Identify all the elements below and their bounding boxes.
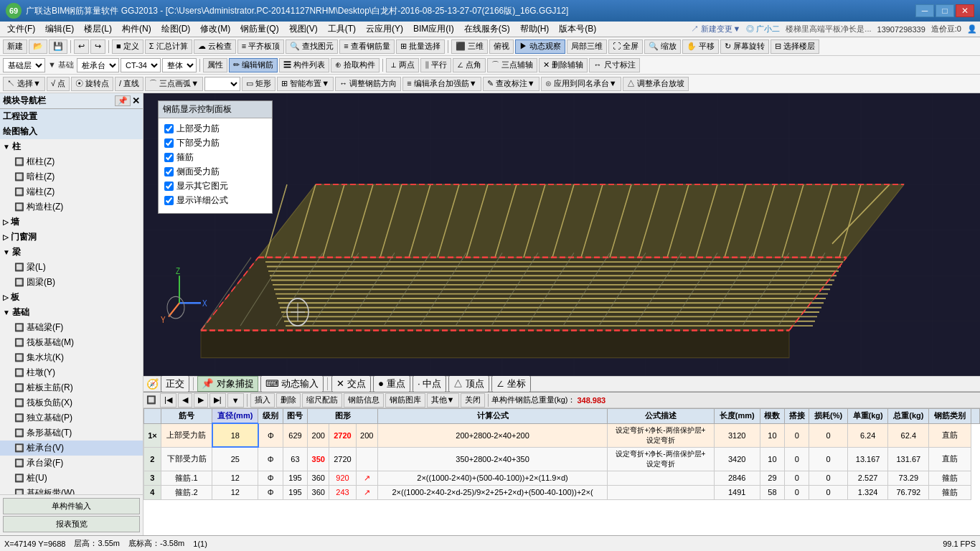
menu-cloud[interactable]: 云应用(Y)	[362, 22, 407, 37]
sidebar-item-foundation-beam[interactable]: 🔲基础梁(F)	[0, 320, 143, 335]
sidebar-group-beam[interactable]: ▼梁	[0, 245, 143, 260]
mode-select[interactable]: 整体	[162, 58, 197, 72]
sidebar-item-beam[interactable]: 🔲梁(L)	[0, 260, 143, 275]
menu-view[interactable]: 视图(V)	[285, 22, 322, 37]
rebar-check-stirrup-input[interactable]	[164, 153, 174, 162]
sidebar-group-wall[interactable]: ▷墙	[0, 215, 143, 230]
tb-line[interactable]: / 直线	[115, 77, 143, 91]
tb-batch-select[interactable]: ⊞ 批量选择	[396, 39, 445, 54]
component-select[interactable]: CT-34	[121, 58, 161, 72]
menu-component[interactable]: 构件(N)	[118, 22, 156, 37]
tb-select[interactable]: ↖ 选择▼	[3, 77, 45, 91]
tb-pick-component[interactable]: ⊕ 拾取构件	[331, 58, 380, 72]
tb-smart-layout[interactable]: ⊞ 智能布置▼	[277, 77, 334, 91]
single-component-input-btn[interactable]: 单构件输入	[3, 498, 140, 514]
tb-local-3d[interactable]: 局部三维	[567, 39, 607, 54]
sidebar-float-btn[interactable]: 📌	[115, 95, 131, 106]
new-change-btn[interactable]: ↗ 新建变更▼	[691, 24, 740, 34]
sidebar-item-hidden-column[interactable]: 🔲暗柱(Z)	[0, 169, 143, 184]
tb-adjust-slope[interactable]: △ 调整承台放坡	[623, 77, 689, 91]
sidebar-item-raft-neg-rebar[interactable]: 🔲筏板负筋(X)	[0, 395, 143, 410]
sidebar-item-isolated-foundation[interactable]: 🔲独立基础(P)	[0, 410, 143, 425]
dt-down[interactable]: ▼	[227, 393, 244, 408]
dt-next[interactable]: ▶	[194, 393, 208, 408]
tb-define[interactable]: ■ 定义	[112, 39, 143, 54]
sidebar-item-drawing-input[interactable]: 绘图输入	[0, 124, 143, 139]
menu-modify[interactable]: 修改(M)	[196, 22, 235, 37]
user-icon[interactable]: 👤	[967, 24, 977, 34]
menu-bim[interactable]: BIM应用(I)	[409, 22, 458, 37]
sidebar-item-construct-column[interactable]: 🔲构造柱(Z)	[0, 199, 143, 215]
rebar-check-other-input[interactable]	[164, 182, 174, 191]
sidebar-close-btn[interactable]: ✕	[132, 95, 140, 106]
menu-file[interactable]: 文件(F)	[3, 22, 39, 37]
dt-delete[interactable]: 删除	[276, 393, 301, 408]
menu-service[interactable]: 在线服务(S)	[460, 22, 514, 37]
tb-find[interactable]: 🔍 查找图元	[286, 39, 338, 54]
snap-midpoint[interactable]: · 中点	[413, 375, 446, 392]
tb-topview[interactable]: 俯视	[489, 39, 514, 54]
tb-new[interactable]: 新建	[3, 39, 27, 54]
tb-rect[interactable]: ▭ 矩形	[242, 77, 275, 91]
tb-dynamic-view[interactable]: ▶ 动态观察	[515, 39, 565, 54]
sidebar-item-strip-foundation[interactable]: 🔲条形基础(T)	[0, 425, 143, 441]
tb-zoom[interactable]: 🔍 缩放	[644, 39, 681, 54]
menu-version[interactable]: 版本号(B)	[555, 22, 600, 37]
dt-prev[interactable]: ◀	[178, 393, 192, 408]
rebar-check-side-input[interactable]	[164, 167, 174, 176]
menu-edit[interactable]: 编辑(E)	[41, 22, 78, 37]
arc-select[interactable]	[204, 77, 240, 91]
sidebar-item-pile-cap[interactable]: 🔲桩承台(V)	[0, 441, 143, 456]
snap-endpoint[interactable]: ● 重点	[373, 375, 410, 392]
tb-cloud-check[interactable]: ☁ 云检查	[194, 39, 236, 54]
foundation-type-select[interactable]: 桩承台	[77, 58, 119, 72]
snap-dynamic-input[interactable]: ⌨ 动态输入	[260, 375, 324, 392]
menu-tools[interactable]: 工具(T)	[324, 22, 360, 37]
tb-view-rebar[interactable]: ≡ 查看钢筋量	[339, 39, 394, 54]
rebar-check-top-input[interactable]	[164, 124, 174, 133]
tb-fullscreen[interactable]: ⛶ 全屏	[608, 39, 643, 54]
floor-select[interactable]: 基础层	[3, 58, 45, 72]
dt-last[interactable]: ▶|	[209, 393, 226, 408]
report-preview-btn[interactable]: 报表预览	[3, 516, 140, 532]
rebar-check-bottom-input[interactable]	[164, 138, 174, 148]
viewport[interactable]: X Z Y 钢筋显示控制面板 上部受力筋	[143, 93, 980, 376]
window-minimize[interactable]: ─	[915, 4, 934, 17]
tb-align-top[interactable]: ≡ 平齐板顶	[237, 39, 284, 54]
tb-pan[interactable]: ✋ 平移	[682, 39, 719, 54]
sidebar-item-raft-foundation[interactable]: 🔲筏板基础(M)	[0, 335, 143, 350]
dt-rebar-library[interactable]: 钢筋图库	[385, 393, 425, 408]
sidebar-item-end-column[interactable]: 🔲端柱(Z)	[0, 184, 143, 199]
sidebar-item-cap-beam[interactable]: 🔲承台梁(F)	[0, 456, 143, 471]
sidebar-item-pile-slab-rebar[interactable]: 🔲桩板主筋(R)	[0, 380, 143, 395]
rebar-check-formula-input[interactable]	[164, 196, 174, 205]
tb-adjust-rebar-dir[interactable]: ↔ 调整钢筋方向	[335, 77, 401, 91]
snap-vertex[interactable]: △ 顶点	[448, 375, 489, 392]
snap-orthogonal[interactable]: 正交	[161, 375, 189, 392]
tb-undo[interactable]: ↩	[74, 39, 89, 54]
tb-parallel[interactable]: ∥ 平行	[420, 58, 451, 72]
sidebar-group-slab[interactable]: ▷板	[0, 290, 143, 305]
tb-property[interactable]: 属性	[203, 58, 227, 72]
dt-first[interactable]: |◀	[160, 393, 176, 408]
snap-object-capture[interactable]: 📌 对象捕捉	[197, 376, 258, 392]
tb-component-list[interactable]: ☰ 构件列表	[279, 58, 329, 72]
tb-check-mark[interactable]: ✎ 查改标注▼	[483, 77, 540, 91]
tb-screen-rotate[interactable]: ↻ 屏幕旋转	[720, 39, 769, 54]
tb-dimension[interactable]: ↔ 尺寸标注	[589, 58, 639, 72]
dt-insert[interactable]: 插入	[250, 393, 275, 408]
snap-intersection[interactable]: ✕ 交点	[331, 375, 371, 392]
sidebar-item-project-settings[interactable]: 工程设置	[0, 109, 143, 124]
dt-close[interactable]: 关闭	[461, 393, 485, 408]
tb-three-point-aux[interactable]: ⌒ 三点辅轴	[487, 58, 537, 72]
sidebar-item-circle-beam[interactable]: 🔲圆梁(B)	[0, 275, 143, 290]
tb-rotate-point[interactable]: ☉ 旋转点	[71, 77, 113, 91]
tb-select-floor[interactable]: ⊟ 选择楼层	[771, 39, 819, 54]
tb-edit-rebar[interactable]: ✏ 编辑钢筋	[229, 58, 278, 72]
window-maximize[interactable]: □	[936, 4, 954, 17]
sidebar-item-frame-column[interactable]: 🔲框柱(Z)	[0, 154, 143, 169]
tb-delete-aux[interactable]: ✕ 删除辅轴	[539, 58, 588, 72]
sidebar-item-water-pit[interactable]: 🔲集水坑(K)	[0, 350, 143, 365]
tb-arc[interactable]: ⌒ 三点画弧▼	[145, 77, 203, 91]
tb-calc[interactable]: Σ 汇总计算	[145, 39, 192, 54]
